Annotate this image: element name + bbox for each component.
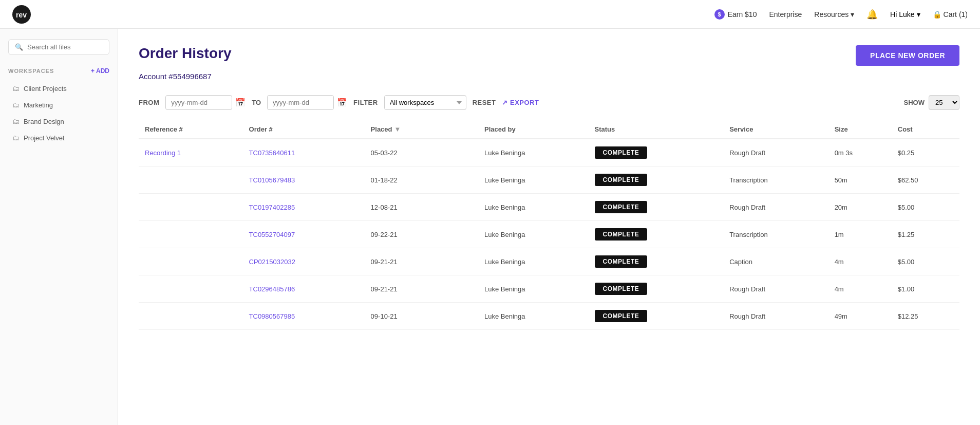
page-title: Order History [139,45,232,62]
export-label: EXPORT [510,99,539,106]
resources-link[interactable]: Resources ▾ [814,10,854,19]
service-cell: Rough Draft [723,139,828,167]
workspace-label: Project Velvet [24,134,65,142]
order-num-cell: TC0105679483 [243,167,365,194]
table-row: TC055270409709-22-21Luke BeningaCOMPLETE… [139,221,959,248]
status-badge: COMPLETE [595,228,648,241]
col-header-8: Cost [892,120,959,139]
order-link[interactable]: TC0105679483 [249,176,295,184]
sort-spacer [453,139,478,167]
search-box[interactable]: 🔍 [8,39,109,55]
sidebar-item-brand-design[interactable]: 🗂Brand Design [8,114,109,129]
workspace-filter-wrap: All workspacesClient ProjectsMarketingBr… [384,95,466,110]
account-number: Account #554996687 [139,72,959,81]
search-input[interactable] [27,43,103,51]
status-cell: COMPLETE [589,194,724,221]
order-num-cell: TC0552704097 [243,221,365,248]
filter-label: FILTER [353,99,378,106]
workspace-label: Client Projects [24,85,67,93]
reference-cell [139,275,243,303]
placed-date-cell: 09-10-21 [365,303,453,330]
status-cell: COMPLETE [589,167,724,194]
order-link[interactable]: TC0197402285 [249,204,295,211]
order-num-cell: CP0215032032 [243,248,365,275]
user-label: Hi Luke [890,10,914,19]
bell-icon: 🔔 [866,9,878,20]
nav-right: $ Earn $10 Enterprise Resources ▾ 🔔 Hi L… [714,9,968,20]
chevron-down-icon: ▾ [917,10,920,19]
reset-button[interactable]: RESET [473,99,496,106]
status-badge: COMPLETE [595,146,648,159]
col-header-7: Size [828,120,892,139]
cost-cell: $0.25 [892,139,959,167]
placed-date-cell: 12-08-21 [365,194,453,221]
order-num-cell: TC0735640611 [243,139,365,167]
from-label: FROM [139,99,159,106]
size-cell: 4m [828,275,892,303]
sidebar-item-marketing[interactable]: 🗂Marketing [8,97,109,113]
placed-date-cell: 09-21-21 [365,275,453,303]
bell-button[interactable]: 🔔 [866,9,878,20]
service-cell: Caption [723,248,828,275]
status-badge: COMPLETE [595,174,648,186]
size-cell: 4m [828,248,892,275]
add-workspace-button[interactable]: + ADD [91,67,109,75]
status-cell: COMPLETE [589,275,724,303]
reference-cell [139,303,243,330]
cost-cell: $5.00 [892,194,959,221]
placed-by-cell: Luke Beninga [478,303,589,330]
sort-spacer [453,194,478,221]
placed-date-cell: 01-18-22 [365,167,453,194]
service-cell: Rough Draft [723,303,828,330]
order-link[interactable]: TC0980567985 [249,312,295,320]
show-label: SHOW [904,99,925,106]
sort-arrow: ▼ [394,125,401,133]
orders-table: Reference #Order #Placed▼Placed byStatus… [139,120,959,330]
svg-text:rev: rev [16,11,27,19]
placed-by-cell: Luke Beninga [478,275,589,303]
order-link[interactable]: TC0296485786 [249,285,295,293]
sort-spacer [453,303,478,330]
order-num-cell: TC0980567985 [243,303,365,330]
col-header-2[interactable]: Placed▼ [365,120,453,139]
placed-date-cell: 09-21-21 [365,248,453,275]
order-link[interactable]: CP0215032032 [249,258,295,266]
col-header-1: Order # [243,120,365,139]
reference-cell [139,194,243,221]
cart-button[interactable]: 🔒 Cart (1) [933,10,968,19]
export-button[interactable]: ↗ EXPORT [502,99,539,106]
sidebar-item-client-projects[interactable]: 🗂Client Projects [8,81,109,96]
table-row: TC098056798509-10-21Luke BeningaCOMPLETE… [139,303,959,330]
place-order-button[interactable]: PLACE NEW ORDER [856,45,959,66]
order-num-cell: TC0296485786 [243,275,365,303]
to-calendar-button[interactable]: 📅 [337,98,347,107]
status-badge: COMPLETE [595,310,648,322]
earn-button[interactable]: $ Earn $10 [714,9,757,20]
sidebar-item-project-velvet[interactable]: 🗂Project Velvet [8,130,109,145]
user-menu-button[interactable]: Hi Luke ▾ [890,10,920,19]
reference-link[interactable]: Recording 1 [145,149,181,157]
from-date-wrap: 📅 [165,95,246,110]
enterprise-link[interactable]: Enterprise [769,10,802,19]
order-num-cell: TC0197402285 [243,194,365,221]
order-link[interactable]: TC0735640611 [249,149,295,157]
workspaces-label: WORKSPACES [8,68,54,74]
cost-cell: $12.25 [892,303,959,330]
workspace-icon: 🗂 [12,84,20,93]
show-select[interactable]: 2550100 [929,95,959,110]
table-row: Recording 1TC073564061105-03-22Luke Beni… [139,139,959,167]
from-date-input[interactable] [165,95,232,110]
order-link[interactable]: TC0552704097 [249,231,295,238]
to-date-input[interactable] [267,95,334,110]
sidebar: 🔍 WORKSPACES + ADD 🗂Client Projects🗂Mark… [0,29,118,425]
service-cell: Rough Draft [723,194,828,221]
size-cell: 49m [828,303,892,330]
col-header-3 [453,120,478,139]
show-wrap: SHOW 2550100 [904,95,959,110]
sort-spacer [453,275,478,303]
workspace-filter-select[interactable]: All workspacesClient ProjectsMarketingBr… [384,95,466,110]
from-calendar-button[interactable]: 📅 [235,98,246,107]
calendar-icon: 📅 [337,98,347,107]
table-head: Reference #Order #Placed▼Placed byStatus… [139,120,959,139]
col-header-6: Service [723,120,828,139]
